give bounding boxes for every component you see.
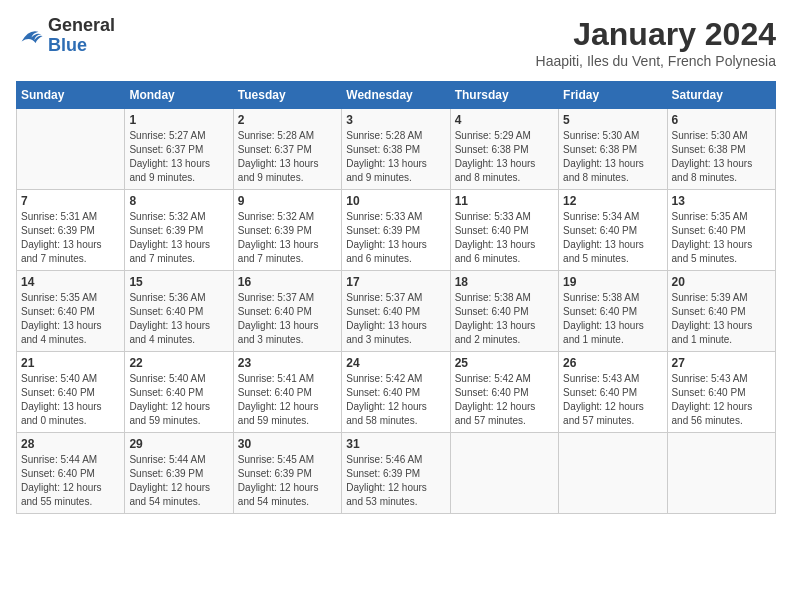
week-row-0: 1Sunrise: 5:27 AMSunset: 6:37 PMDaylight… [17,109,776,190]
calendar-cell: 20Sunrise: 5:39 AMSunset: 6:40 PMDayligh… [667,271,775,352]
col-header-wednesday: Wednesday [342,82,450,109]
day-number: 13 [672,194,771,208]
day-info: Sunrise: 5:44 AMSunset: 6:40 PMDaylight:… [21,453,120,509]
day-number: 8 [129,194,228,208]
calendar-cell: 9Sunrise: 5:32 AMSunset: 6:39 PMDaylight… [233,190,341,271]
day-number: 20 [672,275,771,289]
logo-bird-icon [16,22,44,50]
day-number: 24 [346,356,445,370]
calendar-cell: 31Sunrise: 5:46 AMSunset: 6:39 PMDayligh… [342,433,450,514]
col-header-thursday: Thursday [450,82,558,109]
day-info: Sunrise: 5:38 AMSunset: 6:40 PMDaylight:… [563,291,662,347]
day-info: Sunrise: 5:40 AMSunset: 6:40 PMDaylight:… [129,372,228,428]
calendar-cell [450,433,558,514]
calendar-cell: 13Sunrise: 5:35 AMSunset: 6:40 PMDayligh… [667,190,775,271]
day-number: 31 [346,437,445,451]
day-number: 30 [238,437,337,451]
page-header: General Blue January 2024 Haapiti, Iles … [16,16,776,69]
calendar-cell: 6Sunrise: 5:30 AMSunset: 6:38 PMDaylight… [667,109,775,190]
day-number: 15 [129,275,228,289]
calendar-cell: 30Sunrise: 5:45 AMSunset: 6:39 PMDayligh… [233,433,341,514]
calendar-cell: 16Sunrise: 5:37 AMSunset: 6:40 PMDayligh… [233,271,341,352]
col-header-tuesday: Tuesday [233,82,341,109]
day-info: Sunrise: 5:33 AMSunset: 6:39 PMDaylight:… [346,210,445,266]
calendar-cell: 1Sunrise: 5:27 AMSunset: 6:37 PMDaylight… [125,109,233,190]
calendar-cell: 22Sunrise: 5:40 AMSunset: 6:40 PMDayligh… [125,352,233,433]
logo-text: General Blue [48,16,115,56]
calendar-cell: 11Sunrise: 5:33 AMSunset: 6:40 PMDayligh… [450,190,558,271]
calendar-cell: 7Sunrise: 5:31 AMSunset: 6:39 PMDaylight… [17,190,125,271]
day-number: 3 [346,113,445,127]
day-number: 26 [563,356,662,370]
day-number: 14 [21,275,120,289]
col-header-monday: Monday [125,82,233,109]
logo: General Blue [16,16,115,56]
calendar-cell: 29Sunrise: 5:44 AMSunset: 6:39 PMDayligh… [125,433,233,514]
day-info: Sunrise: 5:27 AMSunset: 6:37 PMDaylight:… [129,129,228,185]
calendar-cell: 10Sunrise: 5:33 AMSunset: 6:39 PMDayligh… [342,190,450,271]
calendar-cell: 17Sunrise: 5:37 AMSunset: 6:40 PMDayligh… [342,271,450,352]
calendar-cell: 23Sunrise: 5:41 AMSunset: 6:40 PMDayligh… [233,352,341,433]
day-info: Sunrise: 5:37 AMSunset: 6:40 PMDaylight:… [238,291,337,347]
day-number: 11 [455,194,554,208]
day-number: 2 [238,113,337,127]
day-info: Sunrise: 5:32 AMSunset: 6:39 PMDaylight:… [238,210,337,266]
day-info: Sunrise: 5:28 AMSunset: 6:38 PMDaylight:… [346,129,445,185]
day-info: Sunrise: 5:30 AMSunset: 6:38 PMDaylight:… [672,129,771,185]
day-number: 4 [455,113,554,127]
calendar-cell: 25Sunrise: 5:42 AMSunset: 6:40 PMDayligh… [450,352,558,433]
day-number: 1 [129,113,228,127]
calendar-cell: 21Sunrise: 5:40 AMSunset: 6:40 PMDayligh… [17,352,125,433]
day-info: Sunrise: 5:35 AMSunset: 6:40 PMDaylight:… [21,291,120,347]
calendar-cell: 4Sunrise: 5:29 AMSunset: 6:38 PMDaylight… [450,109,558,190]
calendar-cell: 2Sunrise: 5:28 AMSunset: 6:37 PMDaylight… [233,109,341,190]
col-header-friday: Friday [559,82,667,109]
location: Haapiti, Iles du Vent, French Polynesia [536,53,776,69]
day-number: 10 [346,194,445,208]
day-info: Sunrise: 5:43 AMSunset: 6:40 PMDaylight:… [672,372,771,428]
calendar-cell: 24Sunrise: 5:42 AMSunset: 6:40 PMDayligh… [342,352,450,433]
day-info: Sunrise: 5:36 AMSunset: 6:40 PMDaylight:… [129,291,228,347]
calendar-cell: 28Sunrise: 5:44 AMSunset: 6:40 PMDayligh… [17,433,125,514]
day-info: Sunrise: 5:35 AMSunset: 6:40 PMDaylight:… [672,210,771,266]
day-info: Sunrise: 5:42 AMSunset: 6:40 PMDaylight:… [346,372,445,428]
day-info: Sunrise: 5:43 AMSunset: 6:40 PMDaylight:… [563,372,662,428]
calendar-cell: 15Sunrise: 5:36 AMSunset: 6:40 PMDayligh… [125,271,233,352]
day-info: Sunrise: 5:34 AMSunset: 6:40 PMDaylight:… [563,210,662,266]
calendar-table: SundayMondayTuesdayWednesdayThursdayFrid… [16,81,776,514]
day-info: Sunrise: 5:42 AMSunset: 6:40 PMDaylight:… [455,372,554,428]
week-row-1: 7Sunrise: 5:31 AMSunset: 6:39 PMDaylight… [17,190,776,271]
day-number: 23 [238,356,337,370]
day-number: 6 [672,113,771,127]
day-info: Sunrise: 5:45 AMSunset: 6:39 PMDaylight:… [238,453,337,509]
week-row-2: 14Sunrise: 5:35 AMSunset: 6:40 PMDayligh… [17,271,776,352]
month-title: January 2024 [536,16,776,53]
day-info: Sunrise: 5:38 AMSunset: 6:40 PMDaylight:… [455,291,554,347]
day-number: 9 [238,194,337,208]
day-info: Sunrise: 5:33 AMSunset: 6:40 PMDaylight:… [455,210,554,266]
day-info: Sunrise: 5:32 AMSunset: 6:39 PMDaylight:… [129,210,228,266]
col-header-saturday: Saturday [667,82,775,109]
calendar-cell: 26Sunrise: 5:43 AMSunset: 6:40 PMDayligh… [559,352,667,433]
calendar-cell: 5Sunrise: 5:30 AMSunset: 6:38 PMDaylight… [559,109,667,190]
week-row-4: 28Sunrise: 5:44 AMSunset: 6:40 PMDayligh… [17,433,776,514]
calendar-cell: 27Sunrise: 5:43 AMSunset: 6:40 PMDayligh… [667,352,775,433]
day-number: 5 [563,113,662,127]
calendar-cell [559,433,667,514]
title-block: January 2024 Haapiti, Iles du Vent, Fren… [536,16,776,69]
day-number: 21 [21,356,120,370]
calendar-cell: 3Sunrise: 5:28 AMSunset: 6:38 PMDaylight… [342,109,450,190]
day-info: Sunrise: 5:37 AMSunset: 6:40 PMDaylight:… [346,291,445,347]
day-number: 19 [563,275,662,289]
day-info: Sunrise: 5:44 AMSunset: 6:39 PMDaylight:… [129,453,228,509]
day-number: 29 [129,437,228,451]
week-row-3: 21Sunrise: 5:40 AMSunset: 6:40 PMDayligh… [17,352,776,433]
calendar-cell [17,109,125,190]
day-info: Sunrise: 5:30 AMSunset: 6:38 PMDaylight:… [563,129,662,185]
day-number: 17 [346,275,445,289]
day-info: Sunrise: 5:31 AMSunset: 6:39 PMDaylight:… [21,210,120,266]
calendar-cell [667,433,775,514]
day-info: Sunrise: 5:28 AMSunset: 6:37 PMDaylight:… [238,129,337,185]
calendar-cell: 12Sunrise: 5:34 AMSunset: 6:40 PMDayligh… [559,190,667,271]
calendar-cell: 18Sunrise: 5:38 AMSunset: 6:40 PMDayligh… [450,271,558,352]
